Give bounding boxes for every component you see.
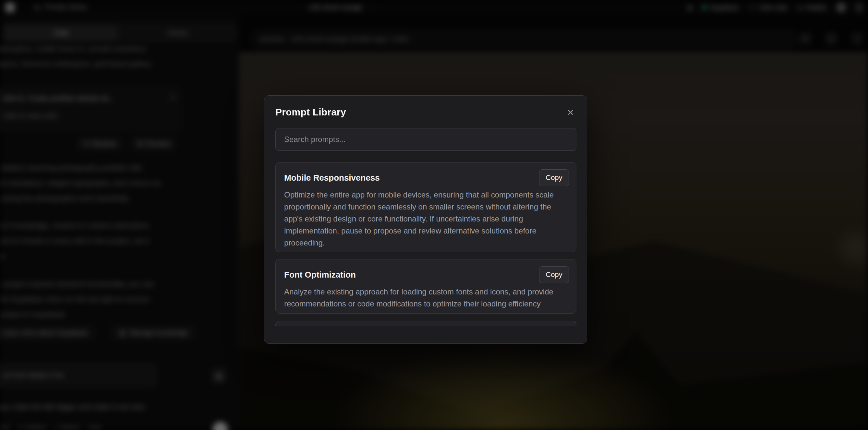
prompt-list: Mobile Responsiveness Copy Optimize the … [275, 162, 577, 326]
prompt-body: Analyze the existing approach for loadin… [284, 286, 569, 310]
search-input[interactable] [275, 128, 577, 151]
prompt-body: Optimize the entire app for mobile devic… [284, 189, 569, 249]
prompt-title: Font Optimization [284, 270, 568, 280]
prompt-card: Font Optimization Copy Analyze the exist… [275, 259, 577, 314]
copy-button[interactable]: Copy [539, 169, 569, 186]
prompt-title: Mobile Responsiveness [284, 173, 568, 183]
prompt-card: Mobile Responsiveness Copy Optimize the … [275, 162, 577, 252]
prompt-card-clipped [275, 321, 577, 326]
prompt-library-modal: Prompt Library ✕ Mobile Responsiveness C… [264, 95, 587, 344]
copy-button[interactable]: Copy [539, 266, 569, 283]
modal-title: Prompt Library [275, 107, 576, 118]
close-icon[interactable]: ✕ [564, 106, 577, 119]
app-screen: ▤ Prompt Library urfa cloud voyage ⌄ ▦ S… [0, 0, 868, 430]
